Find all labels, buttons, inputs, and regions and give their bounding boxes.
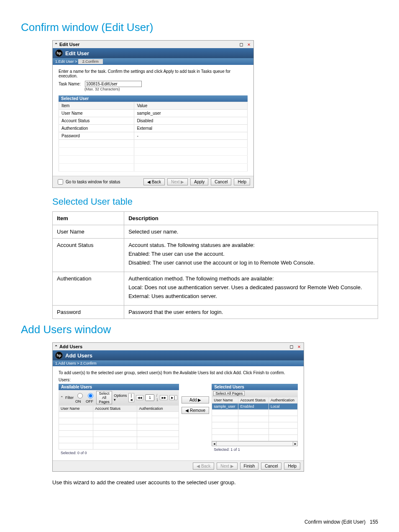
selected-user-panel-title: Selected User [59, 95, 248, 102]
help-button[interactable]: Help [284, 463, 300, 470]
finish-button[interactable]: Finish [240, 463, 259, 470]
selected-user-doc-table: Item Description User Name Selected user… [52, 211, 378, 319]
section-title-2: Selected User table [52, 196, 378, 207]
section-title-3: Add Users window [21, 323, 378, 336]
available-selected-count: Selected: 0 of 0 [59, 450, 179, 456]
breadcrumb-step1: 1.Add Users [55, 361, 76, 365]
task-name-hint: (Max. 32 Characters) [84, 87, 248, 91]
back-button[interactable]: ◀ Back [193, 463, 214, 470]
instruction-text: To add user(s) to the selected user grou… [59, 370, 298, 375]
breadcrumb-step1[interactable]: 1.Edit User > [55, 59, 77, 64]
selected-selected-count: Selected: 1 of 1 [212, 446, 298, 453]
available-toolbar: ⌃ Filter ON OFF Select All Pages Options… [59, 390, 179, 405]
page-footer: Confirm window (Edit User) 155 [21, 519, 378, 525]
remove-button[interactable]: ◀ Remove [182, 407, 209, 414]
scroll-right-icon[interactable]: ▸ [293, 441, 298, 446]
window-title: Edit User [59, 42, 79, 47]
collapse-icon[interactable]: ⌃ [54, 344, 58, 349]
edit-user-dialog: ⌃ Edit User □ ✕ hp Edit User 1.Edit User… [52, 40, 254, 188]
header-title: Add Users [65, 352, 92, 359]
task-name-label: Task Name: [59, 82, 81, 86]
maximize-icon[interactable]: □ [238, 41, 244, 47]
maximize-icon[interactable]: □ [289, 344, 294, 350]
doc-col-desc: Description [124, 212, 378, 225]
page-current-input[interactable] [145, 394, 154, 401]
table-row: Password Password that the user enters f… [53, 306, 378, 319]
select-all-button[interactable]: Select All Pages [96, 391, 112, 404]
close-icon[interactable]: ✕ [246, 41, 252, 47]
go-to-tasks-checkbox[interactable]: Go to tasks window for status [56, 178, 120, 186]
page-first-icon[interactable]: |◀ [128, 393, 134, 402]
dialog-footer: Go to tasks window for status ◀ Back Nex… [53, 176, 253, 188]
breadcrumb: 1.Add Users > 2.Confirm [53, 360, 304, 366]
col-value: Value [134, 102, 248, 110]
selected-users-grid[interactable]: User Name Account Status Authentication … [212, 397, 298, 441]
page-total: / 1 [156, 393, 158, 402]
titlebar: ⌃ Edit User □ ✕ [53, 41, 253, 48]
page-last-icon[interactable]: ▶| [169, 395, 177, 400]
table-row: Authentication Authentication method. Th… [53, 272, 378, 306]
grid-col-user: User Name [59, 406, 93, 412]
add-users-dialog: ⌃ Add Users □ ✕ hp Add Users 1.Add Users… [52, 342, 304, 472]
doc-col-item: Item [53, 212, 124, 225]
table-row: Account StatusDisabled [59, 117, 248, 125]
grid-col-auth: Authentication [137, 406, 179, 412]
selected-users-title: Selected Users [212, 384, 298, 390]
help-button[interactable]: Help [234, 178, 250, 185]
task-name-input[interactable] [85, 81, 142, 87]
next-button[interactable]: Next ▶ [167, 178, 188, 185]
page-next-icon[interactable]: ▶▶ [160, 395, 168, 400]
section-title-1: Confirm window (Edit User) [21, 21, 378, 34]
body-paragraph: Use this wizard to add the created user … [52, 479, 378, 486]
add-button[interactable]: Add ▶ [182, 396, 209, 403]
instruction-text: Enter a name for the task. Confirm the s… [59, 69, 248, 78]
go-to-tasks-input[interactable] [58, 179, 63, 185]
breadcrumb-step2[interactable]: > 2.Confirm [77, 361, 97, 365]
cancel-button[interactable]: Cancel [261, 463, 281, 470]
close-icon[interactable]: ✕ [296, 344, 302, 350]
collapse-icon[interactable]: ⌃ [54, 42, 58, 47]
cancel-button[interactable]: Cancel [211, 178, 231, 185]
available-users-title: Available Users [59, 384, 179, 390]
table-row: sample_user Enabled Local [212, 403, 298, 410]
hp-logo-icon: hp [55, 352, 63, 359]
filter-off-radio[interactable]: OFF [86, 392, 95, 403]
apply-button[interactable]: Apply [190, 178, 208, 185]
table-row: Account Status Account status. The follo… [53, 239, 378, 272]
filter-label: Filter [65, 396, 74, 400]
breadcrumb: 1.Edit User > 2.Confirm [53, 58, 253, 65]
table-row: Password- [59, 132, 248, 140]
scroll-left-icon[interactable]: ◂ [212, 441, 217, 446]
window-title: Add Users [59, 344, 82, 349]
grid-col-auth: Authentication [269, 397, 298, 403]
table-row: User Namesample_user [59, 110, 248, 117]
header-bar: hp Edit User [53, 48, 253, 58]
page-prev-icon[interactable]: ◀◀ [136, 395, 144, 400]
grid-col-acct: Account Status [238, 397, 269, 403]
filter-toggle-icon[interactable]: ⌃ [60, 396, 64, 400]
filter-on-radio[interactable]: ON [75, 392, 84, 403]
hp-logo-icon: hp [55, 49, 63, 57]
header-title: Edit User [65, 50, 89, 57]
available-users-grid[interactable]: User Name Account Status Authentication [59, 405, 179, 450]
next-button[interactable]: Next ▶ [217, 463, 237, 470]
horizontal-scrollbar[interactable]: ◂ ▸ [212, 441, 298, 446]
table-row: AuthenticationExternal [59, 125, 248, 132]
selected-toolbar: Select All Pages [212, 390, 298, 397]
col-item: Item [59, 102, 134, 110]
grid-col-acct: Account Status [93, 406, 137, 412]
users-label: Users: [59, 378, 298, 382]
header-bar: hp Add Users [53, 350, 304, 360]
select-all-button[interactable]: Select All Pages [213, 391, 245, 396]
titlebar: ⌃ Add Users □ ✕ [53, 343, 304, 350]
back-button[interactable]: ◀ Back [143, 178, 165, 185]
options-dropdown[interactable]: Options ▾ [114, 393, 127, 402]
dialog-footer: ◀ Back Next ▶ Finish Cancel Help [53, 460, 304, 471]
selected-user-inner-table: Item Value User Namesample_user Account … [59, 102, 248, 172]
table-row: User Name Selected user name. [53, 225, 378, 239]
breadcrumb-step2: 2.Confirm [78, 59, 103, 64]
grid-col-user: User Name [212, 397, 238, 403]
